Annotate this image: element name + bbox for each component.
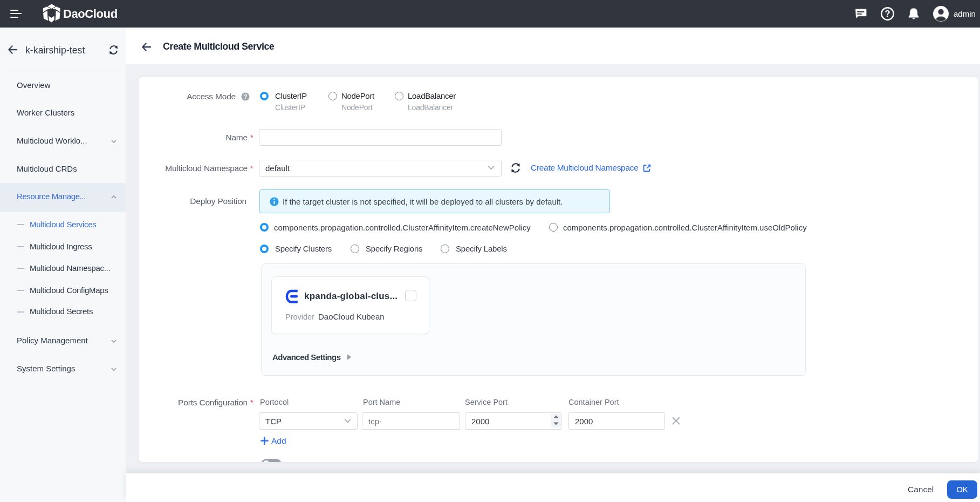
svg-text:?: ? xyxy=(885,9,890,19)
svg-text:?: ? xyxy=(244,93,247,99)
